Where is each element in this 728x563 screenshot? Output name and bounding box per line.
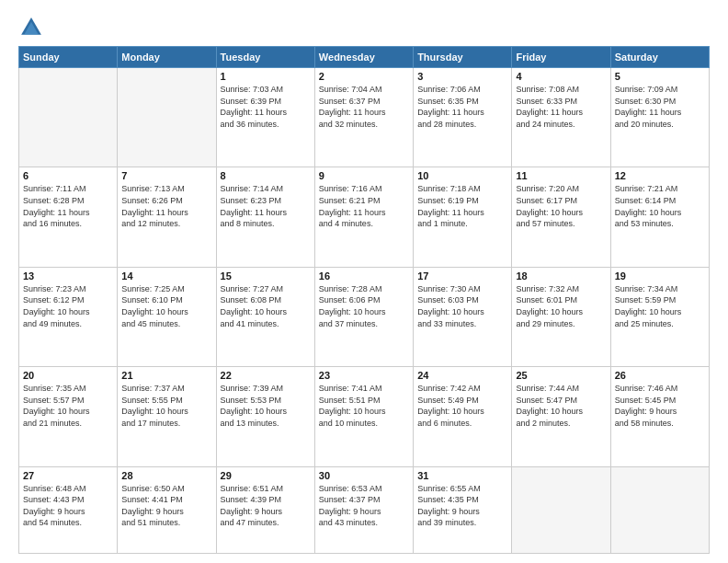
logo (18, 15, 48, 40)
calendar-cell: 22Sunrise: 7:39 AM Sunset: 5:53 PM Dayli… (216, 367, 314, 466)
day-info: Sunrise: 7:39 AM Sunset: 5:53 PM Dayligh… (221, 383, 311, 429)
page: SundayMondayTuesdayWednesdayThursdayFrid… (0, 0, 728, 563)
calendar-cell: 31Sunrise: 6:55 AM Sunset: 4:35 PM Dayli… (414, 466, 512, 553)
calendar-cell: 27Sunrise: 6:48 AM Sunset: 4:43 PM Dayli… (19, 466, 118, 553)
day-number: 8 (221, 170, 311, 181)
day-number: 6 (23, 170, 113, 181)
calendar-cell: 21Sunrise: 7:37 AM Sunset: 5:55 PM Dayli… (118, 367, 216, 466)
day-number: 27 (23, 470, 113, 481)
day-number: 14 (121, 270, 211, 282)
calendar-cell: 29Sunrise: 6:51 AM Sunset: 4:39 PM Dayli… (216, 466, 314, 553)
day-number: 11 (516, 170, 606, 181)
weekday-header-tuesday: Tuesday (216, 47, 314, 68)
day-info: Sunrise: 7:18 AM Sunset: 6:19 PM Dayligh… (417, 183, 507, 229)
day-info: Sunrise: 6:50 AM Sunset: 4:41 PM Dayligh… (121, 483, 211, 529)
day-info: Sunrise: 7:34 AM Sunset: 5:59 PM Dayligh… (615, 283, 705, 329)
day-info: Sunrise: 7:37 AM Sunset: 5:55 PM Dayligh… (121, 383, 211, 429)
day-number: 15 (221, 270, 311, 282)
calendar-cell: 3Sunrise: 7:06 AM Sunset: 6:35 PM Daylig… (414, 68, 512, 167)
calendar-cell: 6Sunrise: 7:11 AM Sunset: 6:28 PM Daylig… (19, 167, 118, 267)
day-info: Sunrise: 7:46 AM Sunset: 5:45 PM Dayligh… (615, 383, 705, 429)
weekday-header-saturday: Saturday (610, 47, 709, 68)
day-info: Sunrise: 7:21 AM Sunset: 6:14 PM Dayligh… (615, 183, 705, 229)
day-info: Sunrise: 7:03 AM Sunset: 6:39 PM Dayligh… (221, 84, 311, 130)
calendar-cell: 9Sunrise: 7:16 AM Sunset: 6:21 PM Daylig… (314, 167, 413, 267)
calendar-cell: 17Sunrise: 7:30 AM Sunset: 6:03 PM Dayli… (414, 267, 512, 366)
day-info: Sunrise: 7:23 AM Sunset: 6:12 PM Dayligh… (23, 283, 113, 329)
calendar-cell: 20Sunrise: 7:35 AM Sunset: 5:57 PM Dayli… (19, 367, 118, 466)
day-number: 17 (417, 270, 507, 282)
calendar-cell: 13Sunrise: 7:23 AM Sunset: 6:12 PM Dayli… (19, 267, 118, 366)
day-info: Sunrise: 6:53 AM Sunset: 4:37 PM Dayligh… (319, 483, 409, 529)
calendar-cell: 2Sunrise: 7:04 AM Sunset: 6:37 PM Daylig… (314, 68, 413, 167)
day-number: 16 (319, 270, 409, 282)
calendar-cell: 30Sunrise: 6:53 AM Sunset: 4:37 PM Dayli… (314, 466, 413, 553)
calendar-cell: 15Sunrise: 7:27 AM Sunset: 6:08 PM Dayli… (216, 267, 314, 366)
header (18, 15, 710, 40)
calendar-cell (118, 68, 216, 167)
day-number: 30 (319, 470, 409, 481)
day-info: Sunrise: 7:41 AM Sunset: 5:51 PM Dayligh… (319, 383, 409, 429)
day-info: Sunrise: 6:48 AM Sunset: 4:43 PM Dayligh… (23, 483, 113, 529)
day-number: 9 (319, 170, 409, 181)
day-info: Sunrise: 6:55 AM Sunset: 4:35 PM Dayligh… (417, 483, 507, 529)
day-number: 1 (221, 71, 311, 82)
day-info: Sunrise: 7:14 AM Sunset: 6:23 PM Dayligh… (221, 183, 311, 229)
weekday-header-row: SundayMondayTuesdayWednesdayThursdayFrid… (19, 47, 710, 68)
day-number: 7 (121, 170, 211, 181)
calendar-cell: 5Sunrise: 7:09 AM Sunset: 6:30 PM Daylig… (610, 68, 709, 167)
weekday-header-sunday: Sunday (19, 47, 118, 68)
calendar-cell: 28Sunrise: 6:50 AM Sunset: 4:41 PM Dayli… (118, 466, 216, 553)
weekday-header-monday: Monday (118, 47, 216, 68)
week-row-5: 27Sunrise: 6:48 AM Sunset: 4:43 PM Dayli… (19, 466, 710, 553)
day-number: 4 (516, 71, 606, 82)
calendar-cell: 11Sunrise: 7:20 AM Sunset: 6:17 PM Dayli… (512, 167, 610, 267)
day-info: Sunrise: 7:25 AM Sunset: 6:10 PM Dayligh… (121, 283, 211, 329)
day-number: 21 (121, 370, 211, 381)
day-number: 12 (615, 170, 705, 181)
calendar-cell: 4Sunrise: 7:08 AM Sunset: 6:33 PM Daylig… (512, 68, 610, 167)
weekday-header-friday: Friday (512, 47, 610, 68)
calendar-cell: 14Sunrise: 7:25 AM Sunset: 6:10 PM Dayli… (118, 267, 216, 366)
day-number: 20 (23, 370, 113, 381)
day-info: Sunrise: 7:13 AM Sunset: 6:26 PM Dayligh… (121, 183, 211, 229)
calendar-cell (19, 68, 118, 167)
day-info: Sunrise: 7:44 AM Sunset: 5:47 PM Dayligh… (516, 383, 606, 429)
logo-icon (18, 15, 44, 40)
calendar-table: SundayMondayTuesdayWednesdayThursdayFrid… (18, 46, 710, 554)
day-info: Sunrise: 7:08 AM Sunset: 6:33 PM Dayligh… (516, 84, 606, 130)
calendar-cell: 1Sunrise: 7:03 AM Sunset: 6:39 PM Daylig… (216, 68, 314, 167)
calendar-cell: 7Sunrise: 7:13 AM Sunset: 6:26 PM Daylig… (118, 167, 216, 267)
calendar-cell: 8Sunrise: 7:14 AM Sunset: 6:23 PM Daylig… (216, 167, 314, 267)
day-number: 13 (23, 270, 113, 282)
day-number: 5 (615, 71, 705, 82)
day-number: 18 (516, 270, 606, 282)
day-info: Sunrise: 7:06 AM Sunset: 6:35 PM Dayligh… (417, 84, 507, 130)
calendar-cell: 24Sunrise: 7:42 AM Sunset: 5:49 PM Dayli… (414, 367, 512, 466)
calendar-cell: 16Sunrise: 7:28 AM Sunset: 6:06 PM Dayli… (314, 267, 413, 366)
day-info: Sunrise: 7:20 AM Sunset: 6:17 PM Dayligh… (516, 183, 606, 229)
day-number: 3 (417, 71, 507, 82)
week-row-2: 6Sunrise: 7:11 AM Sunset: 6:28 PM Daylig… (19, 167, 710, 267)
day-info: Sunrise: 7:42 AM Sunset: 5:49 PM Dayligh… (417, 383, 507, 429)
day-info: Sunrise: 7:32 AM Sunset: 6:01 PM Dayligh… (516, 283, 606, 329)
day-number: 19 (615, 270, 705, 282)
day-number: 24 (417, 370, 507, 381)
calendar-cell (610, 466, 709, 553)
day-number: 23 (319, 370, 409, 381)
day-info: Sunrise: 6:51 AM Sunset: 4:39 PM Dayligh… (221, 483, 311, 529)
week-row-4: 20Sunrise: 7:35 AM Sunset: 5:57 PM Dayli… (19, 367, 710, 466)
day-number: 29 (221, 470, 311, 481)
calendar-cell: 23Sunrise: 7:41 AM Sunset: 5:51 PM Dayli… (314, 367, 413, 466)
calendar-cell: 12Sunrise: 7:21 AM Sunset: 6:14 PM Dayli… (610, 167, 709, 267)
day-info: Sunrise: 7:28 AM Sunset: 6:06 PM Dayligh… (319, 283, 409, 329)
calendar-cell (512, 466, 610, 553)
day-info: Sunrise: 7:27 AM Sunset: 6:08 PM Dayligh… (221, 283, 311, 329)
week-row-1: 1Sunrise: 7:03 AM Sunset: 6:39 PM Daylig… (19, 68, 710, 167)
week-row-3: 13Sunrise: 7:23 AM Sunset: 6:12 PM Dayli… (19, 267, 710, 366)
day-info: Sunrise: 7:11 AM Sunset: 6:28 PM Dayligh… (23, 183, 113, 229)
calendar-cell: 19Sunrise: 7:34 AM Sunset: 5:59 PM Dayli… (610, 267, 709, 366)
weekday-header-wednesday: Wednesday (314, 47, 413, 68)
day-number: 28 (121, 470, 211, 481)
day-number: 25 (516, 370, 606, 381)
